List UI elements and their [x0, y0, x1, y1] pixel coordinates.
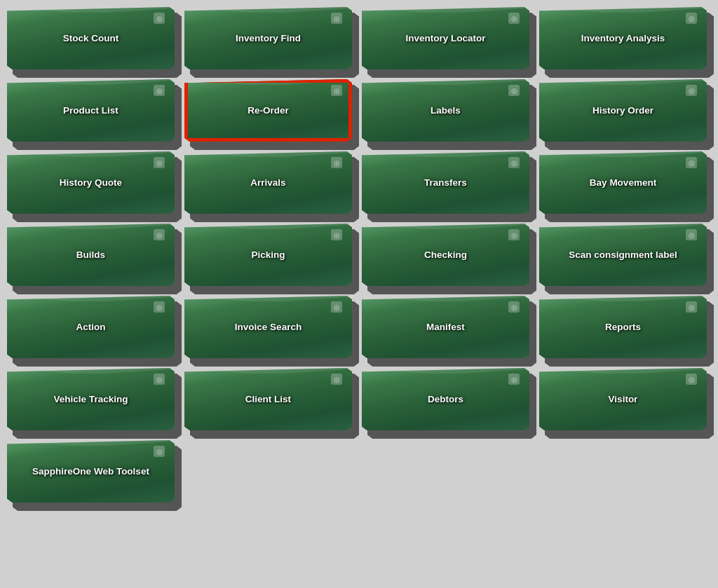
tile-transfers[interactable]: Transfers [362, 151, 534, 218]
tile-row-6: SapphireOne Web Toolset [7, 440, 711, 507]
tile-face: Re-Order [184, 79, 352, 142]
tile-grid: Stock CountInventory FindInventory Locat… [0, 0, 718, 514]
tile-corner-icon [508, 157, 520, 168]
tile-face: Inventory Locator [362, 7, 529, 69]
tile-label: Transfers [416, 174, 475, 192]
tile-label: Reports [597, 318, 649, 336]
tile-corner-icon [154, 157, 165, 168]
tile-corner-icon [154, 374, 165, 385]
tile-face: Stock Count [7, 7, 175, 69]
tile-corner-icon [331, 229, 342, 240]
tile-label: Checking [416, 246, 475, 264]
tile-face: Debtors [362, 368, 529, 430]
tile-labels[interactable]: Labels [362, 79, 534, 146]
tile-corner-icon [686, 157, 697, 168]
tile-reports[interactable]: Reports [539, 296, 711, 362]
tile-label: Bay Movement [581, 174, 665, 192]
tile-face: Bay Movement [539, 151, 707, 214]
tile-face: Transfers [362, 151, 529, 214]
tile-face: Vehicle Tracking [7, 368, 175, 430]
tile-scan-consignment-label[interactable]: Scan consignment label [539, 224, 711, 290]
tile-label: Visitor [600, 390, 646, 409]
tile-corner-icon [508, 229, 520, 240]
tile-label: Scan consignment label [560, 246, 686, 264]
tile-label: Inventory Locator [397, 29, 494, 48]
tile-visitor[interactable]: Visitor [539, 368, 711, 435]
tile-row-1: Product ListRe-OrderLabelsHistory Order [7, 79, 711, 146]
tile-label: Inventory Analysis [573, 29, 674, 48]
tile-arrivals[interactable]: Arrivals [184, 151, 356, 218]
tile-inventory-analysis[interactable]: Inventory Analysis [539, 7, 711, 74]
tile-stock-count[interactable]: Stock Count [7, 7, 179, 74]
tile-checking[interactable]: Checking [362, 224, 534, 290]
tile-corner-icon [154, 85, 165, 96]
tile-corner-icon [154, 301, 165, 313]
tile-invoice-search[interactable]: Invoice Search [184, 296, 356, 362]
tile-face: Checking [362, 224, 529, 286]
tile-action[interactable]: Action [7, 296, 179, 362]
tile-corner-icon [154, 446, 165, 457]
tile-corner-icon [508, 301, 520, 313]
tile-face: Manifest [362, 296, 529, 358]
tile-corner-icon [686, 374, 697, 385]
tile-face: Invoice Search [184, 296, 352, 358]
tile-face: History Order [539, 79, 707, 142]
tile-face: Reports [539, 296, 707, 358]
tile-label: Picking [243, 246, 293, 264]
tile-face: Product List [7, 79, 175, 142]
tile-label: Inventory Find [227, 29, 309, 48]
tile-label: Arrivals [242, 174, 294, 192]
tile-corner-icon [686, 85, 697, 96]
tile-corner-icon [686, 13, 697, 24]
tile-corner-icon [686, 229, 697, 240]
tile-corner-icon [508, 13, 520, 24]
tile-corner-icon [508, 374, 520, 385]
tile-label: Labels [422, 102, 469, 120]
tile-row-3: BuildsPickingCheckingScan consignment la… [7, 224, 711, 290]
tile-corner-icon [331, 374, 342, 385]
tile-face: Action [7, 296, 175, 358]
tile-manifest[interactable]: Manifest [362, 296, 534, 362]
tile-corner-icon [331, 157, 342, 168]
tile-inventory-locator[interactable]: Inventory Locator [362, 7, 534, 74]
tile-label: History Quote [51, 174, 130, 192]
tile-face: Arrivals [184, 151, 352, 214]
tile-builds[interactable]: Builds [7, 224, 179, 290]
tile-face: Visitor [539, 368, 707, 430]
tile-label: Invoice Search [226, 318, 310, 336]
tile-face: Picking [184, 224, 352, 286]
tile-inventory-find[interactable]: Inventory Find [184, 7, 356, 74]
tile-label: SapphireOne Web Toolset [24, 463, 158, 481]
tile-label: Re-Order [239, 102, 297, 120]
tile-label: Product List [55, 102, 127, 120]
tile-row-2: History QuoteArrivalsTransfersBay Moveme… [7, 151, 711, 218]
tile-corner-icon [154, 229, 165, 240]
tile-label: Action [68, 318, 114, 336]
tile-label: Debtors [419, 390, 472, 409]
tile-face: Scan consignment label [539, 224, 707, 286]
tile-corner-icon [331, 85, 342, 96]
tile-corner-icon [331, 13, 342, 24]
tile-label: Vehicle Tracking [46, 390, 137, 409]
tile-history-quote[interactable]: History Quote [7, 151, 179, 218]
tile-corner-icon [154, 13, 165, 24]
tile-vehicle-tracking[interactable]: Vehicle Tracking [7, 368, 179, 435]
tile-label: Builds [68, 246, 114, 264]
tile-label: History Order [584, 102, 662, 120]
tile-label: Manifest [418, 318, 473, 336]
tile-history-order[interactable]: History Order [539, 79, 711, 146]
tile-corner-icon [686, 301, 697, 313]
tile-corner-icon [508, 85, 520, 96]
tile-debtors[interactable]: Debtors [362, 368, 534, 435]
tile-sapphireone-web-toolset[interactable]: SapphireOne Web Toolset [7, 440, 179, 507]
tile-face: Inventory Find [184, 7, 352, 69]
tile-row-4: ActionInvoice SearchManifestReports [7, 296, 711, 362]
tile-label: Client List [237, 390, 299, 409]
tile-client-list[interactable]: Client List [184, 368, 356, 435]
tile-corner-icon [331, 301, 342, 313]
tile-bay-movement[interactable]: Bay Movement [539, 151, 711, 218]
tile-face: Labels [362, 79, 529, 142]
tile-picking[interactable]: Picking [184, 224, 356, 290]
tile-product-list[interactable]: Product List [7, 79, 179, 146]
tile-re-order[interactable]: Re-Order [184, 79, 356, 146]
